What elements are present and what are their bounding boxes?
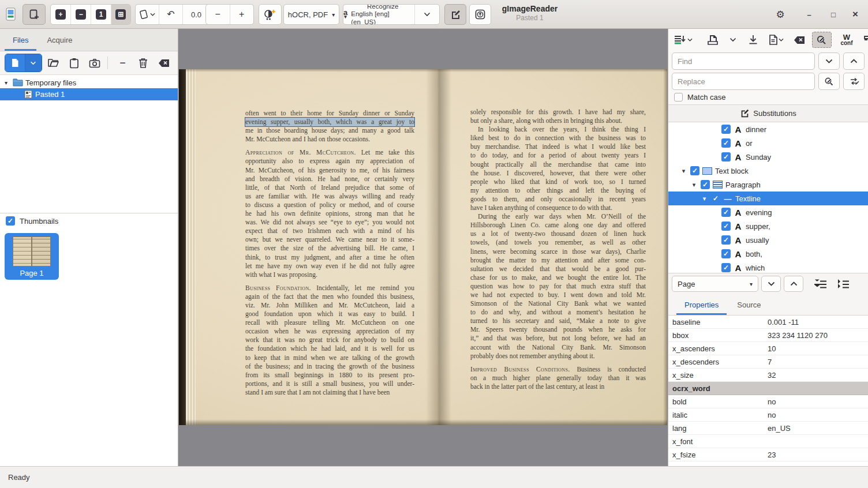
ocr-text-line[interactable]: let me have my own way even if he did no… <box>245 262 414 271</box>
word-confidence-button[interactable]: Wconf <box>837 32 856 48</box>
open-folder-button[interactable] <box>44 54 63 72</box>
save-hocr-button[interactable] <box>746 32 761 48</box>
ocr-text-line[interactable]: Mr. Speers twenty thousand pounds when h… <box>470 325 646 334</box>
find-previous-button[interactable] <box>843 52 865 70</box>
item-checkbox[interactable]: ✓ <box>721 125 731 134</box>
ocr-text-line[interactable]: own; but we never quarreled. We came nea… <box>245 235 414 244</box>
ocr-text-line[interactable]: occasion when he was expressing apprecia… <box>245 327 414 336</box>
right-page-text[interactable]: solely responsible for this growth. I ha… <box>470 108 646 391</box>
ocr-text-line[interactable]: the foundation which he had laid, and it… <box>245 344 414 353</box>
ocr-text-line[interactable]: solely responsible for this growth. I ha… <box>470 108 646 117</box>
replace-input[interactable] <box>672 73 815 90</box>
insert-mode-dropdown[interactable] <box>672 32 695 48</box>
expand-all-button[interactable] <box>811 276 830 292</box>
ocr-text-line[interactable]: it,” and that was before, but not long b… <box>470 334 646 343</box>
item-checkbox[interactable]: ✓ <box>721 249 731 258</box>
clear-output-button[interactable] <box>792 32 807 48</box>
ocr-text-line[interactable]: Hillsborough Linen Co. came along one da… <box>470 221 646 230</box>
tab-source[interactable]: Source <box>728 294 770 315</box>
ocr-text-line[interactable]: Mr. McCutcheon, of his generosity to me,… <box>245 166 414 175</box>
property-row[interactable]: x_ascenders10 <box>668 342 868 355</box>
add-images-button[interactable] <box>5 54 25 72</box>
ocr-text-line[interactable]: again of the fact that the men who found… <box>245 292 414 301</box>
ocr-text-line[interactable]: Improved Business Conditions. Business i… <box>470 365 646 374</box>
ocr-text-line[interactable]: chase for us to make, and we bought the … <box>470 273 646 282</box>
ocr-text-line[interactable]: portions, and it is still a small busine… <box>245 380 414 388</box>
property-row[interactable]: x_size32 <box>668 369 868 382</box>
ocr-text-line[interactable]: opportunity also to express again my app… <box>245 157 414 166</box>
property-row[interactable]: bbox323 234 1120 270 <box>668 329 868 342</box>
ocr-text-line[interactable]: back in the latter part of the last cent… <box>470 382 646 391</box>
ocr-text-line[interactable]: Business Foundation. Incidentally, let m… <box>245 284 414 292</box>
close-button[interactable]: × <box>847 6 863 22</box>
ocr-text-line[interactable]: we had not expected to buy. I went down … <box>470 291 646 299</box>
ocr-text-line[interactable]: from its small beginnings in 1880 to its… <box>245 371 414 380</box>
item-checkbox[interactable]: ✓ <box>690 166 699 175</box>
document-canvas[interactable]: often went to their home for Sunday dinn… <box>178 29 668 466</box>
paste-button[interactable] <box>65 54 83 72</box>
ocr-text-line[interactable]: he had his own definite opinions, strong… <box>245 209 414 218</box>
hocr-tree-item[interactable]: ✓ASunday <box>668 150 868 164</box>
ocr-text-line[interactable]: have I taken anything of consequence to … <box>470 204 646 212</box>
add-images-dropdown[interactable] <box>25 54 42 72</box>
ocr-text-line[interactable]: often went to their home for Sunday dinn… <box>245 109 414 118</box>
zoom-out-button[interactable]: − <box>71 5 91 24</box>
export-document-dropdown[interactable] <box>766 32 787 48</box>
ocr-text-line[interactable]: work that it was no great trick for anyb… <box>245 336 414 344</box>
rotate-mode-dropdown[interactable] <box>136 5 159 24</box>
property-row[interactable]: x_descenders7 <box>668 355 868 369</box>
ocr-text-line[interactable]: us are familiar with. He was always will… <box>245 192 414 201</box>
navigate-previous-button[interactable] <box>784 276 803 292</box>
ocr-text-line[interactable]: with what I was proposing. <box>245 271 414 279</box>
ocr-text-line[interactable]: buy merchandise. That indeed is what I w… <box>470 142 646 151</box>
ocr-text-line[interactable]: Mr. McCutcheon and I had on those occasi… <box>245 135 414 144</box>
expander-icon[interactable]: ▾ <box>690 181 698 189</box>
tab-properties[interactable]: Properties <box>675 294 728 315</box>
ocr-text-line[interactable]: account with the National City Bank. Mr.… <box>470 343 646 352</box>
property-row[interactable]: ocrx_word <box>668 382 868 395</box>
replace-all-button[interactable] <box>843 73 865 90</box>
hocr-tree-item[interactable]: ✓Adinner <box>668 122 868 136</box>
tree-node-pasted-1[interactable]: Pasted 1 <box>0 88 178 100</box>
property-row[interactable]: x_font <box>668 435 868 448</box>
ocr-text-line[interactable]: Appreciation of Mr. McCutcheon. Let me t… <box>245 148 414 157</box>
open-hocr-button[interactable] <box>705 32 720 48</box>
item-checkbox[interactable]: ✓ <box>721 208 731 217</box>
item-checkbox[interactable]: ✓ <box>711 194 720 203</box>
ocr-text-line[interactable]: people who liked that kind of work too, … <box>470 178 646 186</box>
item-checkbox[interactable]: ✓ <box>721 263 731 272</box>
hocr-tree-item[interactable]: ▾✓—Textline <box>668 192 868 205</box>
hocr-tree-item[interactable]: ✓Awhich <box>668 261 868 273</box>
ocr-text-line[interactable]: sultation we decided that that would be … <box>470 265 646 273</box>
hocr-tree-item[interactable]: ✓Aor <box>668 136 868 150</box>
find-all-button[interactable] <box>862 32 868 48</box>
zoom-fit-button[interactable]: ⊞ <box>111 5 130 24</box>
zoom-original-button[interactable]: 1 <box>91 5 111 24</box>
ocr-text-line[interactable]: expect that of two Irishmen each with a … <box>245 227 414 235</box>
hocr-tree-item[interactable]: ▾✓Paragraph <box>668 178 868 192</box>
find-replace-toggle[interactable] <box>812 32 832 48</box>
ocr-text-line[interactable]: to keep that in mind when we are talking… <box>245 354 414 362</box>
screenshot-button[interactable] <box>85 54 104 72</box>
hocr-tree-item[interactable]: ▾✓Text block <box>668 164 868 178</box>
ocr-text-line[interactable]: me in those boarding house days; and man… <box>245 126 414 135</box>
hocr-tree-item[interactable]: ✓Aevening <box>668 205 868 219</box>
match-case-checkbox[interactable] <box>674 93 683 102</box>
property-row[interactable]: x_fsize23 <box>668 448 868 461</box>
ocr-text-line[interactable]: my attention to other things and left th… <box>470 186 646 195</box>
item-checkbox[interactable]: ✓ <box>701 180 710 189</box>
ocr-text-line[interactable]: viz. Mr. John Milliken and Mr. McCutcheo… <box>245 301 414 310</box>
collapse-all-button[interactable] <box>833 276 853 292</box>
ocr-text-line[interactable]: In looking back over the years, I think … <box>470 125 646 134</box>
left-page-text[interactable]: often went to their home for Sunday dinn… <box>245 109 414 397</box>
ocr-text-line[interactable]: probably does not remember anything abou… <box>470 352 646 361</box>
increase-button[interactable]: + <box>230 5 254 24</box>
open-options-dropdown[interactable] <box>725 32 740 48</box>
ocr-text-line[interactable]: times over the size of the advertising b… <box>245 244 414 253</box>
hocr-tree-item[interactable]: ✓Aboth, <box>668 247 868 261</box>
ocr-text-line[interactable]: goods to them, and only occasionally in … <box>470 195 646 204</box>
zoom-in-button[interactable]: + <box>51 5 71 24</box>
ocr-text-line[interactable]: and breadth of vision. He had none, or c… <box>245 175 414 183</box>
ocr-text-line[interactable]: us a lot of twenty-two thousand dozen of… <box>470 230 646 238</box>
ocr-text-line[interactable]: towels, (and towels you remember, as wel… <box>470 238 646 247</box>
